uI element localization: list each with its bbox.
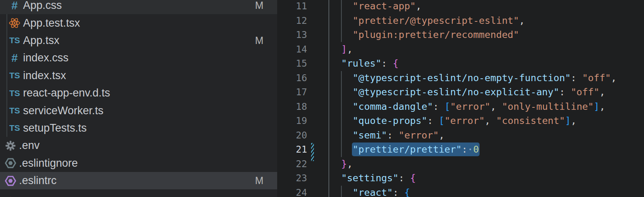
line-number[interactable]: 21 <box>277 143 307 157</box>
code-token <box>330 72 353 84</box>
code-line-17[interactable]: "@typescript-eslint/no-explicit-any": "o… <box>330 85 605 100</box>
file-item-react-app-env-d-ts[interactable]: TSreact-app-env.d.ts <box>0 84 277 102</box>
line-number[interactable]: 24 <box>277 186 307 197</box>
file-item-index-tsx[interactable]: TSindex.tsx <box>0 67 277 84</box>
line-number[interactable]: 15 <box>277 57 307 71</box>
code-line-22[interactable]: }, <box>330 157 353 172</box>
file-item-serviceworker-ts[interactable]: TSserviceWorker.ts <box>0 102 277 119</box>
line-number[interactable]: 13 <box>277 28 307 42</box>
code-token: , <box>439 130 444 141</box>
line-number[interactable]: 23 <box>277 171 307 186</box>
code-token: } <box>341 158 347 170</box>
code-token <box>330 187 353 197</box>
code-token <box>433 115 439 126</box>
code-token: : <box>462 144 467 155</box>
file-item--eslintrc[interactable]: .eslintrcM <box>0 172 277 189</box>
code-token: "comma-dangle" <box>353 101 433 112</box>
file-list: #App.cssMApp.test.tsxTSApp.tsxM#index.cs… <box>0 0 277 197</box>
code-token: : <box>559 86 565 98</box>
code-token <box>330 130 353 141</box>
css-icon: # <box>8 52 21 65</box>
file-label: App.test.tsx <box>23 17 259 29</box>
line-number[interactable]: 18 <box>277 100 307 114</box>
code-token: { <box>393 58 398 69</box>
file-label: .env <box>19 139 259 152</box>
code-token: "error" <box>399 130 439 141</box>
code-token: : <box>571 72 577 84</box>
typescript-icon: TS <box>8 104 21 117</box>
code-token <box>439 101 444 112</box>
code-token <box>490 115 496 126</box>
code-token: "@typescript-eslint/no-empty-function" <box>353 72 571 84</box>
code-token: "consistent" <box>496 115 565 126</box>
code-token: , <box>347 44 353 55</box>
file-item--env[interactable]: .env <box>0 137 277 154</box>
line-number[interactable]: 12 <box>277 14 307 28</box>
line-number[interactable]: 22 <box>277 157 307 172</box>
line-number[interactable]: 11 <box>277 0 307 14</box>
code-token: : <box>398 172 404 184</box>
code-token <box>330 29 353 40</box>
code-token: "only-multiline" <box>502 101 593 112</box>
file-item--eslintignore[interactable]: .eslintignore <box>0 155 277 172</box>
code-token: { <box>404 187 410 197</box>
code-token <box>467 144 473 155</box>
code-line-14[interactable]: ], <box>330 42 353 57</box>
code-token: ] <box>594 101 600 112</box>
line-number[interactable]: 19 <box>277 114 307 128</box>
code-line-11[interactable]: "react-app", <box>330 0 421 14</box>
code-token <box>398 187 404 197</box>
eslint-icon <box>4 157 17 170</box>
code-token: , <box>611 72 617 84</box>
file-item-app-css[interactable]: #App.cssM <box>0 0 277 14</box>
code-token: "off" <box>582 72 611 84</box>
code-line-19[interactable]: "quote-props": ["error", "consistent"], <box>330 114 577 128</box>
flame-icon <box>4 192 17 197</box>
code-token: "react-app" <box>353 0 416 12</box>
bracket-pair-guide <box>328 0 329 197</box>
code-token: "react" <box>353 187 393 197</box>
code-token <box>404 172 410 184</box>
code-token: , <box>600 101 605 112</box>
file-item-index-css[interactable]: #index.css <box>0 49 277 67</box>
code-token: , <box>490 101 496 112</box>
react-icon <box>8 17 21 29</box>
code-line-18[interactable]: "comma-dangle": ["error", "only-multilin… <box>330 100 605 114</box>
code-token: [ <box>439 115 444 126</box>
code-line-21[interactable]: "prettier/prettier": 0 <box>330 143 479 157</box>
line-number[interactable]: 16 <box>277 71 307 86</box>
code-line-20[interactable]: "semi": "error", <box>330 128 444 143</box>
file-item-app-test-tsx[interactable]: App.test.tsx <box>0 14 277 31</box>
code-line-23[interactable]: "settings": { <box>330 171 416 186</box>
eslint-icon <box>4 174 17 187</box>
line-number[interactable]: 17 <box>277 85 307 100</box>
code-token <box>330 15 353 26</box>
code-token: "@typescript-eslint/no-explicit-any" <box>353 86 559 98</box>
line-number[interactable]: 14 <box>277 42 307 57</box>
code-line-12[interactable]: "prettier/@typescript-eslint", <box>330 14 525 28</box>
file-label: App.tsx <box>23 34 250 47</box>
code-line-24[interactable]: "react": { <box>330 186 410 197</box>
file-label: index.css <box>23 52 259 64</box>
code-token <box>330 172 341 184</box>
typescript-icon: TS <box>8 87 21 100</box>
code-token <box>330 86 353 98</box>
code-token: 0 <box>473 144 479 155</box>
file-item[interactable] <box>0 189 277 197</box>
code-line-13[interactable]: "plugin:prettier/recommended" <box>330 28 519 42</box>
code-token: "error" <box>444 115 484 126</box>
code-token: "semi" <box>353 130 387 141</box>
file-item-app-tsx[interactable]: TSApp.tsxM <box>0 32 277 49</box>
typescript-icon: TS <box>8 34 21 47</box>
code-token <box>393 130 398 141</box>
vscode-window: #App.cssMApp.test.tsxTSApp.tsxM#index.cs… <box>0 0 644 197</box>
code-line-16[interactable]: "@typescript-eslint/no-empty-function": … <box>330 71 617 86</box>
code-line-15[interactable]: "rules": { <box>330 57 399 71</box>
line-number[interactable]: 20 <box>277 128 307 143</box>
explorer-sidebar: #App.cssMApp.test.tsxTSApp.tsxM#index.cs… <box>0 0 277 197</box>
code-editor[interactable]: 1112131415161718192021222324 "react-app"… <box>277 0 644 197</box>
file-item-setuptests-ts[interactable]: TSsetupTests.ts <box>0 119 277 137</box>
gutter-modified-indicator <box>311 143 314 161</box>
code-token: "error" <box>450 101 490 112</box>
code-token: , <box>485 115 490 126</box>
